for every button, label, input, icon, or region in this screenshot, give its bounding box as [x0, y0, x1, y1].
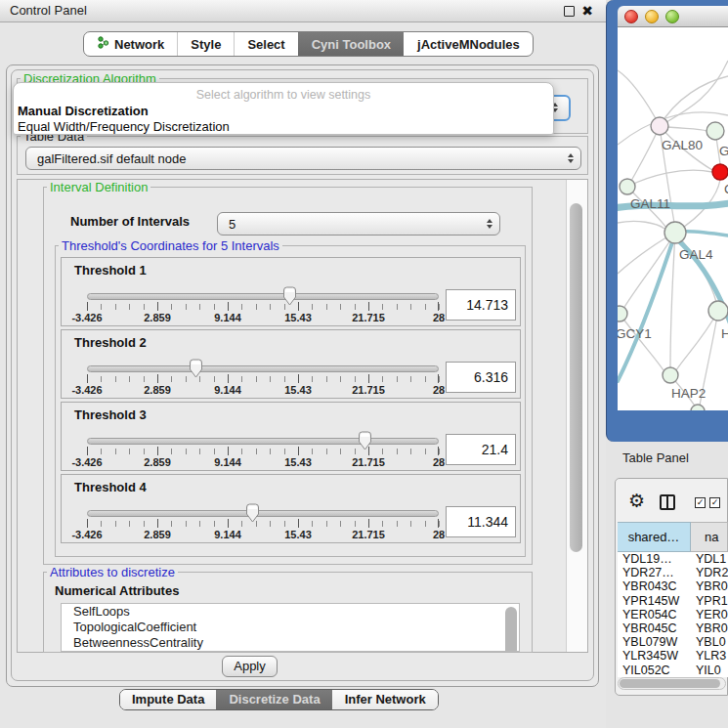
threshold-slider-thumb[interactable] [358, 431, 372, 450]
tab-cyni-toolbox[interactable]: Cyni Toolbox [298, 32, 404, 56]
tab-style[interactable]: Style [177, 32, 234, 56]
tab-select[interactable]: Select [234, 32, 297, 56]
network-node-c[interactable] [712, 164, 728, 180]
attribute-item-betweennesscentrality[interactable]: BetweennessCentrality [62, 635, 519, 651]
cell-name[interactable]: YLR3 [691, 649, 728, 663]
tab-impute-data[interactable]: Impute Data [120, 690, 216, 709]
tab-label: Infer Network [345, 692, 426, 707]
cell-shared-name[interactable]: YBR043C [618, 579, 691, 593]
cell-name[interactable]: YDL1 [691, 552, 728, 566]
network-window-titlebar[interactable] [618, 6, 728, 27]
cell-name[interactable]: YDR2 [691, 566, 728, 579]
cell-shared-name[interactable]: YIL052C [618, 664, 691, 677]
attribute-item-selfloops[interactable]: SelfLoops [62, 604, 519, 620]
threshold-slider-thumb[interactable] [189, 359, 203, 378]
column-header-name[interactable]: na [691, 522, 728, 552]
table-row[interactable]: YPR145WYPR1 [618, 594, 728, 608]
column-header-shared-name[interactable]: shared… [618, 522, 691, 552]
vertical-scrollbar-thumb[interactable] [570, 203, 582, 552]
threshold-slider-thumb[interactable] [282, 286, 297, 306]
cell-name[interactable]: YER0 [691, 608, 728, 621]
slider-major-tick [157, 374, 158, 383]
checkbox-icon[interactable]: ✓ [709, 497, 720, 508]
table-row[interactable]: YBR045CYBR0 [618, 621, 728, 635]
network-node-gal80[interactable] [651, 117, 668, 135]
table-panel-title: Table Panel [622, 450, 689, 465]
threshold-value-field[interactable]: 11.344 [446, 506, 516, 537]
table-row[interactable]: YBR043CYBR0 [618, 579, 728, 593]
close-icon[interactable]: ✖ [579, 2, 595, 20]
network-node-hap2[interactable] [663, 367, 678, 383]
tab-discretize-data[interactable]: Discretize Data [216, 690, 331, 709]
slider-tick-label: 9.144 [214, 384, 241, 396]
slider-tick-label: 15.43 [284, 312, 312, 323]
table-row[interactable]: YBL079WYBL0 [618, 635, 728, 649]
horizontal-scrollbar-thumb[interactable] [620, 679, 720, 688]
threshold-slider-track[interactable] [87, 438, 439, 445]
horizontal-scrollbar[interactable] [618, 677, 726, 690]
network-node-h[interactable] [708, 301, 728, 321]
network-canvas[interactable]: GAL80GACGAL11GAL4GCY1HHAP2 [618, 27, 728, 410]
cell-shared-name[interactable]: YBL079W [618, 635, 691, 649]
table-data-combobox[interactable]: galFiltered.sif default node [25, 147, 581, 170]
network-node-ga[interactable] [707, 122, 724, 140]
cell-shared-name[interactable]: YER054C [618, 608, 691, 621]
threshold-slider-track[interactable] [87, 293, 439, 300]
cell-shared-name[interactable]: YBR045C [618, 621, 691, 635]
tab-network[interactable]: Network [84, 32, 177, 56]
cell-shared-name[interactable]: YPR145W [618, 594, 691, 608]
slider-major-tick [438, 374, 439, 383]
algorithm-option-manual-discretization[interactable]: Manual Discretization [17, 104, 550, 119]
zoom-traffic-light-icon[interactable] [665, 10, 679, 23]
tab-jactivemnodules[interactable]: jActiveMNodules [404, 32, 533, 56]
slider-major-tick [87, 302, 88, 311]
close-traffic-light-icon[interactable] [624, 10, 638, 23]
numerical-attributes-list: SelfLoopsTopologicalCoefficientBetweenne… [61, 603, 520, 652]
checkbox-icon[interactable]: ✓ [695, 497, 706, 508]
cell-name[interactable]: YPR1 [691, 594, 728, 608]
network-node-label: GCY1 [618, 326, 652, 341]
network-graph: GAL80GACGAL11GAL4GCY1HHAP2 [618, 27, 728, 410]
table-row[interactable]: YDR27…YDR2 [618, 566, 728, 579]
slider-tick-label: 9.144 [214, 312, 241, 323]
cell-shared-name[interactable]: YDL19… [618, 552, 691, 566]
threshold-slider-track[interactable] [87, 510, 439, 517]
cell-name[interactable]: YIL0 [691, 664, 728, 677]
minimize-traffic-light-icon[interactable] [645, 10, 659, 23]
threshold-value-field[interactable]: 21.4 [446, 434, 516, 465]
threshold-value-field[interactable]: 14.713 [446, 289, 516, 321]
network-node-label: GAL80 [662, 138, 703, 152]
cell-name[interactable]: YBL0 [691, 635, 728, 649]
cell-name[interactable]: YBR0 [691, 579, 728, 593]
network-node[interactable] [691, 405, 705, 410]
tab-infer-network[interactable]: Infer Network [332, 690, 438, 709]
float-window-icon[interactable] [564, 6, 575, 17]
apply-button[interactable]: Apply [222, 656, 278, 677]
network-node-gal11[interactable] [620, 179, 635, 194]
slider-tick-label: 9.144 [214, 529, 241, 540]
algorithm-option-equal-width-frequency-discretization[interactable]: Equal Width/Frequency Discretization [17, 119, 550, 135]
cell-shared-name[interactable]: YLR345W [618, 649, 691, 663]
network-node-gcy1[interactable] [618, 306, 627, 321]
attribute-item-topologicalcoefficient[interactable]: TopologicalCoefficient [62, 620, 519, 635]
table-row[interactable]: YIL052CYIL0 [618, 664, 728, 677]
cell-shared-name[interactable]: YDR27… [618, 566, 691, 579]
network-node-gal4[interactable] [664, 222, 686, 243]
slider-major-tick [298, 447, 299, 455]
threshold-label: Threshold 4 [74, 480, 147, 494]
threshold-slider-thumb[interactable] [245, 503, 260, 523]
list-scrollbar-thumb[interactable] [505, 607, 517, 652]
threshold-value-field[interactable]: 6.316 [446, 362, 516, 393]
table-row[interactable]: YER054CYER0 [618, 608, 728, 621]
table-row[interactable]: YDL19…YDL1 [618, 552, 728, 566]
threshold-row-4: Threshold 4-3.4262.8599.14415.4321.71528… [61, 474, 521, 543]
algorithm-popup-hint: Select algorithm to view settings [14, 88, 553, 102]
slider-major-tick [87, 447, 88, 455]
cell-name[interactable]: YBR0 [691, 621, 728, 635]
columns-icon[interactable] [660, 494, 675, 510]
number-of-intervals-combobox[interactable]: 5 [217, 212, 500, 236]
slider-minor-ticks [87, 376, 440, 382]
threshold-slider-track[interactable] [87, 365, 439, 372]
table-row[interactable]: YLR345WYLR3 [618, 649, 728, 663]
gear-icon[interactable]: ⚙ [628, 490, 645, 511]
